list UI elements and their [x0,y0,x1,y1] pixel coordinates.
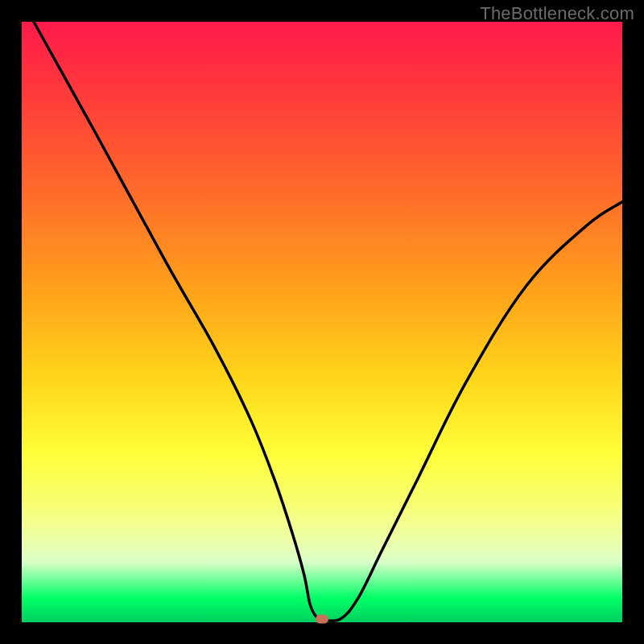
bottleneck-curve [34,22,622,621]
watermark-text: TheBottleneck.com [480,3,634,24]
curve-svg [22,22,622,622]
chart-frame: TheBottleneck.com [0,0,644,644]
optimal-point-marker [316,615,328,624]
plot-area [22,22,622,622]
